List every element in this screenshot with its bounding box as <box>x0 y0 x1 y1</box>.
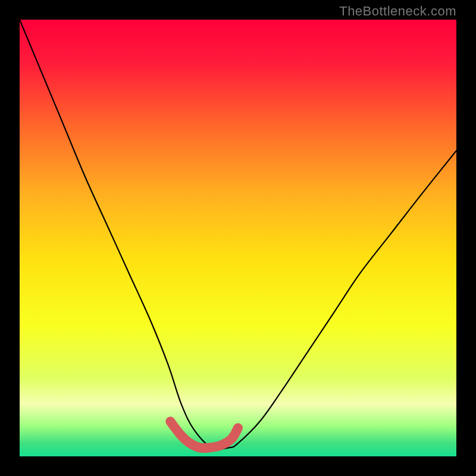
optimal-marker <box>170 421 238 448</box>
chart-frame: TheBottleneck.com <box>0 0 476 476</box>
watermark-text: TheBottleneck.com <box>339 4 456 19</box>
plot-area <box>20 20 456 456</box>
curve-layer <box>20 20 456 456</box>
bottleneck-curve <box>20 20 456 449</box>
